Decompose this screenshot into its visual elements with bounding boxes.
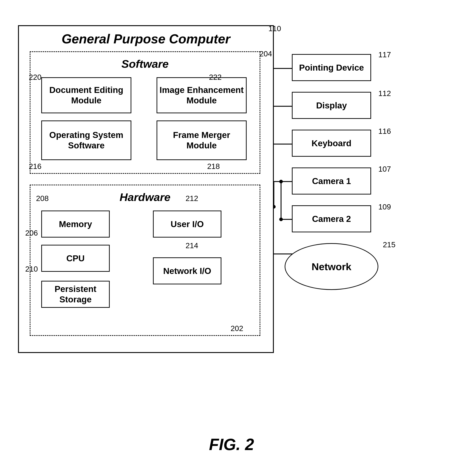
ref-222: 222	[209, 73, 222, 82]
display-device-box: Display	[292, 92, 371, 119]
os-software-module: Operating System Software	[41, 121, 131, 160]
keyboard-device-box: Keyboard	[292, 130, 371, 157]
ref-206: 206	[25, 229, 38, 237]
ref-112: 112	[378, 89, 391, 98]
ref-116: 116	[378, 127, 391, 136]
ref-208: 208	[36, 194, 49, 203]
diagram-container: General Purpose Computer Software Docume…	[11, 14, 452, 461]
ref-214: 214	[186, 241, 198, 250]
ref-117: 117	[378, 50, 391, 59]
network-ellipse: Network	[285, 243, 378, 290]
ref-212: 212	[186, 194, 198, 203]
ref-109: 109	[378, 203, 391, 211]
network-io-component: Network I/O	[153, 257, 222, 284]
ref-216: 216	[29, 162, 41, 171]
svg-point-23	[279, 218, 283, 221]
software-box: Software Document Editing Module Image E…	[30, 51, 260, 174]
svg-point-22	[279, 180, 283, 183]
figure-caption: FIG. 2	[11, 435, 452, 454]
ref-218: 218	[207, 162, 220, 171]
ref-107: 107	[378, 165, 391, 173]
software-title: Software	[30, 57, 260, 70]
hardware-box: Hardware Memory CPU Persistent Storage U…	[30, 185, 260, 336]
pointing-device-box: Pointing Device	[292, 54, 371, 81]
image-enhancement-module: Image Enhancement Module	[157, 77, 247, 113]
persistent-storage-component: Persistent Storage	[41, 281, 110, 308]
camera1-device-box: Camera 1	[292, 167, 371, 194]
ref-110: 110	[268, 24, 281, 33]
cpu-component: CPU	[41, 245, 110, 272]
user-io-component: User I/O	[153, 211, 222, 238]
main-title: General Purpose Computer	[19, 32, 273, 46]
memory-component: Memory	[41, 211, 110, 238]
ref-210: 210	[25, 265, 38, 273]
hardware-title: Hardware	[30, 191, 260, 203]
main-computer-box: General Purpose Computer Software Docume…	[18, 25, 274, 353]
doc-editing-module: Document Editing Module	[41, 77, 131, 113]
camera2-device-box: Camera 2	[292, 205, 371, 232]
ref-204: 204	[259, 50, 272, 58]
ref-220: 220	[29, 73, 41, 82]
ref-202: 202	[231, 324, 243, 333]
frame-merger-module: Frame Merger Module	[157, 121, 247, 160]
ref-215: 215	[383, 240, 395, 249]
